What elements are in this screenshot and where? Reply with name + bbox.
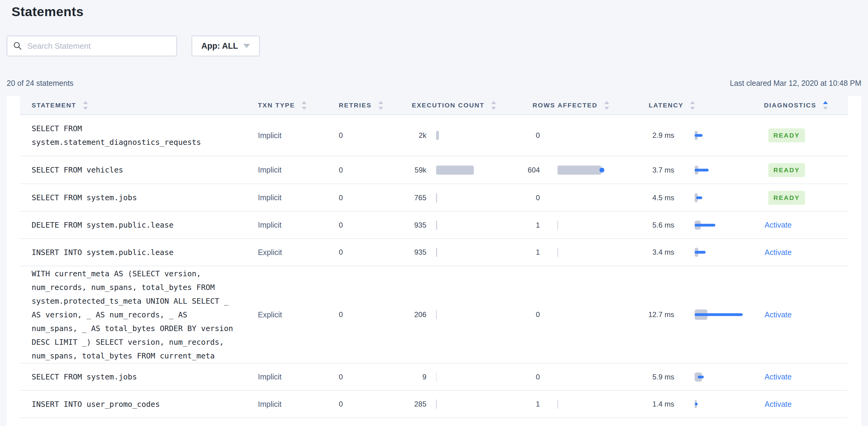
latency-value: 4.5 ms: [644, 193, 674, 202]
sort-arrows-icon[interactable]: [302, 101, 307, 110]
sort-arrows-icon[interactable]: [491, 101, 496, 110]
sort-arrows-icon[interactable]: [83, 101, 88, 110]
rows-affected-bar: [557, 221, 558, 230]
table-row: SELECT FROM system.jobs Implicit 0 9 0 5…: [20, 364, 848, 391]
rows-affected-cell: 1: [532, 221, 649, 230]
latency-cell: 3.4 ms: [649, 246, 764, 259]
diagnostics-activate-link[interactable]: Activate: [765, 400, 792, 409]
app-filter-dropdown[interactable]: App: ALL: [192, 36, 260, 56]
sort-asc-icon[interactable]: [83, 101, 88, 104]
sort-asc-icon[interactable]: [302, 101, 307, 104]
txn-type-cell: Explicit: [258, 248, 339, 257]
sort-desc-icon[interactable]: [491, 107, 496, 110]
sort-asc-icon[interactable]: [823, 101, 828, 104]
sort-arrows-icon[interactable]: [378, 101, 383, 110]
latency-value: 3.4 ms: [644, 248, 674, 256]
diagnostics-ready-badge: READY: [768, 128, 805, 143]
column-header-statement[interactable]: STATEMENT: [20, 101, 258, 110]
column-header-label: EXECUTION COUNT: [412, 102, 485, 109]
diagnostics-activate-link[interactable]: Activate: [765, 310, 792, 319]
chevron-down-icon: [243, 44, 250, 48]
latency-barchart: [695, 308, 759, 321]
diagnostics-activate-link[interactable]: Activate: [765, 248, 792, 257]
latency-value: 5.6 ms: [644, 221, 674, 230]
latency-barchart: [695, 191, 759, 205]
column-header-latency[interactable]: LATENCY: [649, 101, 764, 110]
column-header-label: ROWS AFFECTED: [532, 102, 598, 109]
sort-desc-icon[interactable]: [604, 107, 609, 110]
statements-page: Statements App: ALL 20 of 24 statements …: [0, 0, 868, 426]
statement-cell[interactable]: WITH current_meta AS (SELECT version,num…: [20, 267, 258, 363]
diagnostics-ready-badge: READY: [768, 191, 805, 205]
column-header-retries[interactable]: RETRIES: [339, 101, 412, 110]
diagnostics-activate-link[interactable]: Activate: [765, 221, 792, 230]
sort-desc-icon[interactable]: [378, 107, 383, 110]
sort-desc-icon[interactable]: [690, 107, 695, 110]
latency-value: 2.9 ms: [644, 131, 674, 140]
sort-asc-icon[interactable]: [690, 101, 695, 104]
execution-count-value: 59k: [412, 166, 426, 174]
execution-count-value: 9: [412, 373, 426, 381]
statements-table-card: STATEMENT TXN TYPE RETRIES EXECUTION COU…: [7, 96, 861, 426]
latency-bar: [695, 134, 703, 137]
execution-count-cell: 206: [412, 310, 532, 319]
mean-dot-icon: [599, 168, 604, 173]
latency-value: 3.7 ms: [644, 166, 674, 174]
statement-cell[interactable]: SELECT FROM system.jobs: [20, 191, 258, 205]
sort-arrows-icon[interactable]: [823, 101, 828, 110]
execution-count-bar: [436, 193, 437, 202]
last-cleared-text: Last cleared Mar 12, 2020 at 10:48 PM: [730, 79, 861, 88]
statement-cell[interactable]: INSERT INTO system.public.lease: [20, 246, 258, 259]
table-header-row: STATEMENT TXN TYPE RETRIES EXECUTION COU…: [20, 96, 848, 115]
table-row: WITH current_meta AS (SELECT version,num…: [20, 266, 848, 364]
statement-cell[interactable]: INSERT INTO user_promo_codes: [20, 397, 258, 411]
rows-affected-value: 1: [519, 248, 540, 256]
search-box[interactable]: [7, 36, 177, 56]
sort-desc-icon[interactable]: [823, 107, 828, 110]
sort-asc-icon[interactable]: [604, 101, 609, 104]
txn-type-cell: Implicit: [258, 193, 339, 202]
retries-cell: 0: [339, 400, 412, 408]
rows-affected-cell: 0: [532, 193, 649, 202]
column-header-rows[interactable]: ROWS AFFECTED: [532, 101, 649, 110]
latency-bar: [695, 313, 743, 316]
retries-cell: 0: [339, 221, 412, 230]
rows-affected-value: 0: [519, 310, 540, 319]
table-row: INSERT INTO system.public.lease Explicit…: [20, 239, 848, 266]
column-header-txn[interactable]: TXN TYPE: [258, 101, 339, 110]
sort-desc-icon[interactable]: [302, 107, 307, 110]
column-header-label: LATENCY: [649, 102, 683, 109]
gray-bar: [436, 131, 439, 140]
latency-bar: [696, 196, 702, 199]
diagnostics-cell: Activate: [764, 400, 848, 409]
execution-count-cell: 2k: [412, 131, 532, 140]
sort-asc-icon[interactable]: [378, 101, 383, 104]
execution-count-value: 206: [412, 310, 426, 319]
sort-desc-icon[interactable]: [83, 107, 88, 110]
execution-count-value: 935: [412, 221, 426, 230]
diagnostics-cell: READY: [764, 128, 848, 143]
rows-affected-bar: [557, 399, 558, 409]
txn-type-cell: Implicit: [258, 131, 339, 140]
rows-affected-bar: [557, 165, 604, 175]
diagnostics-activate-link[interactable]: Activate: [765, 372, 792, 381]
statement-cell[interactable]: SELECT FROM vehicles: [20, 163, 258, 177]
txn-type-cell: Implicit: [258, 400, 339, 409]
sort-arrows-icon[interactable]: [690, 101, 695, 110]
search-input[interactable]: [27, 41, 171, 51]
latency-bar: [695, 224, 715, 226]
sort-arrows-icon[interactable]: [604, 101, 609, 110]
execution-count-cell: 765: [412, 193, 532, 202]
execution-count-value: 285: [412, 400, 426, 408]
statement-cell[interactable]: SELECT FROM system.jobs: [20, 370, 258, 384]
rows-affected-value: 0: [519, 193, 540, 202]
gray-bar: [436, 165, 474, 175]
statement-cell[interactable]: DELETE FROM system.public.lease: [20, 218, 258, 232]
diagnostics-cell: Activate: [764, 221, 848, 230]
column-header-diag[interactable]: DIAGNOSTICS: [764, 101, 848, 110]
statement-cell[interactable]: SELECT FROMsystem.statement_diagnostics_…: [20, 122, 258, 149]
latency-value: 1.4 ms: [644, 400, 674, 408]
column-header-exec[interactable]: EXECUTION COUNT: [412, 101, 532, 110]
sort-asc-icon[interactable]: [491, 101, 496, 104]
execution-count-cell: 935: [412, 221, 532, 230]
